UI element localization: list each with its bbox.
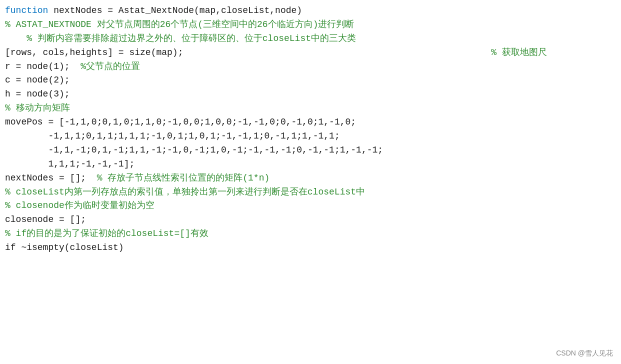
code-line-19: if ~isempty(closeList) bbox=[5, 241, 616, 255]
comment-token: % 移动方向矩阵 bbox=[5, 103, 70, 113]
code-token: 1,1,1;-1,-1,-1]; bbox=[5, 159, 134, 169]
code-line-1: function nextNodes = Astat_NextNode(map,… bbox=[5, 4, 616, 18]
comment-token: % ASTAT_NEXTNODE 对父节点周围的26个节点(三维空间中的26个临… bbox=[5, 20, 354, 30]
code-line-16: % closenode作为临时变量初始为空 bbox=[5, 199, 616, 213]
code-line-8: % 移动方向矩阵 bbox=[5, 102, 616, 116]
code-line-4: [rows, cols,heights] = size(map); % 获取地图… bbox=[5, 46, 616, 60]
code-token: [rows, cols,heights] = size(map); bbox=[5, 48, 183, 58]
code-line-13: nextNodes = []; % 存放子节点线性索引位置的的矩阵(1*n) bbox=[5, 172, 616, 186]
code-line-6: c = node(2); bbox=[5, 74, 616, 88]
code-editor: function nextNodes = Astat_NextNode(map,… bbox=[0, 0, 621, 364]
code-line-3: % 判断内容需要排除超过边界之外的、位于障碍区的、位于closeList中的三大… bbox=[5, 32, 616, 46]
code-token: -1,1,1;0,1,1;1,1,1;-1,0,1;1,0,1;-1,-1,1;… bbox=[5, 131, 340, 141]
code-line-7: h = node(3); bbox=[5, 88, 616, 102]
code-line-12: 1,1,1;-1,-1,-1]; bbox=[5, 158, 616, 172]
code-line-9: movePos = [-1,1,0;0,1,0;1,1,0;-1,0,0;1,0… bbox=[5, 116, 616, 130]
keyword-token: function bbox=[5, 6, 48, 16]
code-token: nextNodes = []; bbox=[5, 173, 97, 183]
code-line-2: % ASTAT_NEXTNODE 对父节点周围的26个节点(三维空间中的26个临… bbox=[5, 18, 616, 32]
watermark: CSDN @雪人见花 bbox=[556, 348, 613, 359]
code-line-11: -1,1,-1;0,1,-1;1,1,-1;-1,0,-1;1,0,-1;-1,… bbox=[5, 144, 616, 158]
comment-token: % if的目的是为了保证初始的closeList=[]有效 bbox=[5, 228, 208, 238]
code-token: if ~isempty(closeList) bbox=[5, 242, 124, 252]
code-line-10: -1,1,1;0,1,1;1,1,1;-1,0,1;1,0,1;-1,-1,1;… bbox=[5, 130, 616, 144]
code-token: h = node(3); bbox=[5, 89, 70, 99]
code-token: r = node(1); bbox=[5, 62, 80, 72]
code-token: -1,1,-1;0,1,-1;1,1,-1;-1,0,-1;1,0,-1;-1,… bbox=[5, 145, 383, 155]
comment-token: % 获取地图尺 bbox=[183, 48, 546, 58]
comment-token: % closeList内第一列存放点的索引值，单独拎出第一列来进行判断是否在cl… bbox=[5, 187, 365, 197]
comment-token: % 判断内容需要排除超过边界之外的、位于障碍区的、位于closeList中的三大… bbox=[5, 34, 356, 44]
comment-token: %父节点的位置 bbox=[80, 62, 140, 72]
code-line-18: % if的目的是为了保证初始的closeList=[]有效 bbox=[5, 227, 616, 241]
code-token: movePos = [-1,1,0;0,1,0;1,1,0;-1,0,0;1,0… bbox=[5, 117, 356, 127]
code-token: nextNodes = Astat_NextNode(map,closeList… bbox=[48, 6, 302, 16]
code-line-5: r = node(1); %父节点的位置 bbox=[5, 60, 616, 74]
code-line-15: % closeList内第一列存放点的索引值，单独拎出第一列来进行判断是否在cl… bbox=[5, 186, 616, 200]
comment-token: % 存放子节点线性索引位置的的矩阵(1*n) bbox=[97, 173, 270, 183]
code-line-17: closenode = []; bbox=[5, 213, 616, 227]
comment-token: % closenode作为临时变量初始为空 bbox=[5, 200, 154, 210]
code-token: c = node(2); bbox=[5, 75, 70, 85]
code-token: closenode = []; bbox=[5, 214, 86, 224]
